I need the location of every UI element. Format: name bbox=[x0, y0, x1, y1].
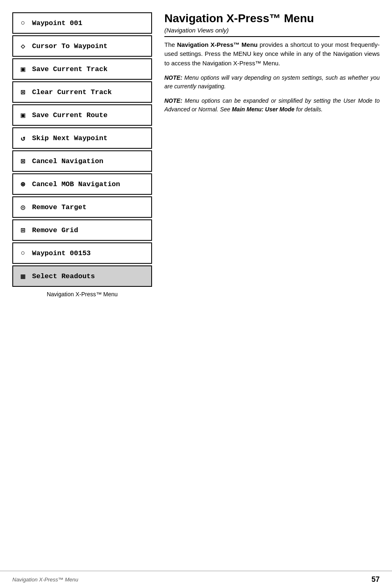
skip-next-waypoint-icon: ↺ bbox=[18, 134, 28, 143]
select-readouts-icon: ▦ bbox=[18, 272, 28, 281]
cancel-navigation-icon: ⊠ bbox=[18, 157, 28, 166]
footer: Navigation X-Press™ Menu 57 bbox=[0, 571, 392, 588]
footer-page-number: 57 bbox=[371, 575, 380, 584]
menu-item-waypoint-00153[interactable]: ○Waypoint 00153 bbox=[12, 242, 152, 264]
waypoint-00153-label: Waypoint 00153 bbox=[32, 249, 91, 257]
page-title: Navigation X-Press™ Menu bbox=[164, 12, 380, 25]
clear-current-track-label: Clear Current Track bbox=[32, 88, 112, 96]
menu-item-clear-current-track[interactable]: ⊠Clear Current Track bbox=[12, 81, 152, 103]
menu-item-remove-grid[interactable]: ⊞Remove Grid bbox=[12, 219, 152, 241]
remove-target-icon: ◎ bbox=[18, 203, 28, 212]
menu-item-waypoint-001[interactable]: ○Waypoint 001 bbox=[12, 12, 152, 34]
clear-current-track-icon: ⊠ bbox=[18, 88, 28, 97]
menu-panel: ○Waypoint 001◇Cursor To Waypoint▣Save Cu… bbox=[12, 12, 152, 538]
menu-item-cursor-to-waypoint[interactable]: ◇Cursor To Waypoint bbox=[12, 35, 152, 57]
note-2: NOTE: Menu options can be expanded or si… bbox=[164, 97, 380, 114]
remove-grid-label: Remove Grid bbox=[32, 226, 78, 234]
content-panel: Navigation X-Press™ Menu (Navigation Vie… bbox=[160, 12, 380, 538]
save-current-track-label: Save Current Track bbox=[32, 65, 108, 73]
menu-item-select-readouts[interactable]: ▦Select Readouts bbox=[12, 265, 152, 287]
menu-item-remove-target[interactable]: ◎Remove Target bbox=[12, 196, 152, 218]
note2-link-suffix: for details. bbox=[295, 106, 323, 113]
note2-link: Main Menu: User Mode bbox=[232, 106, 294, 113]
cursor-to-waypoint-label: Cursor To Waypoint bbox=[32, 42, 108, 50]
cursor-to-waypoint-icon: ◇ bbox=[18, 42, 28, 51]
save-current-track-icon: ▣ bbox=[18, 65, 28, 74]
cancel-navigation-label: Cancel Navigation bbox=[32, 157, 103, 165]
remove-grid-icon: ⊞ bbox=[18, 226, 28, 235]
save-current-route-icon: ▣ bbox=[18, 111, 28, 120]
footer-left-text: Navigation X-Press™ Menu bbox=[12, 576, 78, 583]
content-body: The Navigation X-Press™ Menu provides a … bbox=[164, 40, 380, 68]
menu-item-skip-next-waypoint[interactable]: ↺Skip Next Waypoint bbox=[12, 127, 152, 149]
note2-label: NOTE: bbox=[164, 97, 182, 104]
note-1: NOTE: Menu options will vary depending o… bbox=[164, 74, 380, 91]
skip-next-waypoint-label: Skip Next Waypoint bbox=[32, 134, 108, 142]
menu-item-cancel-navigation[interactable]: ⊠Cancel Navigation bbox=[12, 150, 152, 172]
cancel-mob-navigation-icon: ⊛ bbox=[18, 180, 28, 189]
waypoint-001-icon: ○ bbox=[18, 19, 28, 27]
save-current-route-label: Save Current Route bbox=[32, 111, 108, 119]
menu-caption: Navigation X-Press™ Menu bbox=[12, 291, 152, 297]
cancel-mob-navigation-label: Cancel MOB Navigation bbox=[32, 180, 120, 188]
waypoint-001-label: Waypoint 001 bbox=[32, 19, 82, 27]
remove-target-label: Remove Target bbox=[32, 203, 87, 211]
waypoint-00153-icon: ○ bbox=[18, 249, 28, 257]
content-subtitle: (Navigation Views only) bbox=[164, 27, 380, 37]
note1-text: Menu options will vary depending on syst… bbox=[164, 74, 380, 90]
menu-item-save-current-route[interactable]: ▣Save Current Route bbox=[12, 104, 152, 126]
menu-item-cancel-mob-navigation[interactable]: ⊛Cancel MOB Navigation bbox=[12, 173, 152, 195]
menu-item-save-current-track[interactable]: ▣Save Current Track bbox=[12, 58, 152, 80]
note1-label: NOTE: bbox=[164, 74, 182, 81]
select-readouts-label: Select Readouts bbox=[32, 272, 95, 280]
